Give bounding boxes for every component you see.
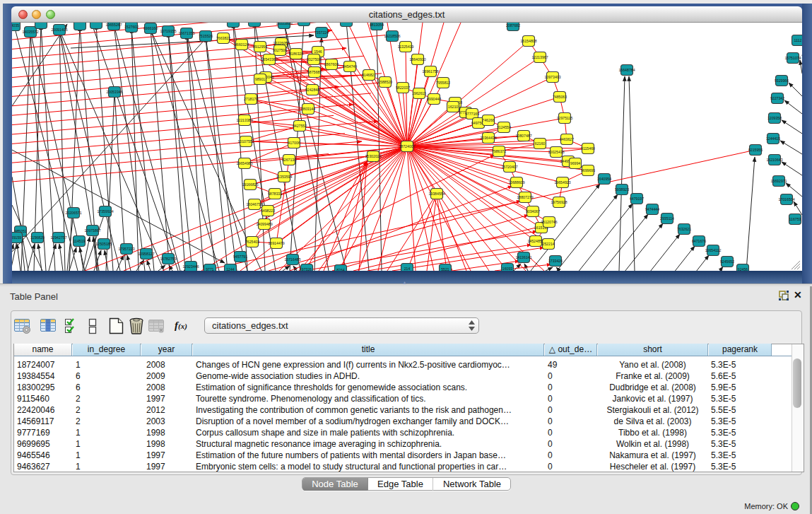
svg-text:20091406: 20091406 (51, 28, 67, 32)
svg-text:9115460: 9115460 (581, 146, 595, 151)
svg-text:252214: 252214 (542, 242, 554, 246)
svg-text:39159: 39159 (12, 235, 21, 240)
svg-text:1156829: 1156829 (30, 235, 45, 240)
svg-text:17957223: 17957223 (118, 247, 134, 251)
svg-text:9463627: 9463627 (560, 137, 574, 141)
svg-text:2718170: 2718170 (244, 97, 258, 101)
svg-text:5822037: 5822037 (396, 86, 410, 90)
svg-text:92456: 92456 (738, 267, 748, 271)
svg-text:17359924: 17359924 (97, 209, 113, 214)
svg-text:11325419: 11325419 (398, 45, 414, 49)
svg-text:1527602: 1527602 (124, 25, 139, 29)
svg-text:9474444: 9474444 (645, 207, 659, 211)
svg-text:8454749: 8454749 (343, 64, 357, 69)
svg-text:2803144: 2803144 (301, 107, 315, 111)
svg-text:9457791: 9457791 (233, 255, 247, 259)
svg-text:62160: 62160 (535, 141, 546, 146)
svg-text:5521: 5521 (441, 267, 449, 271)
svg-text:1244415: 1244415 (766, 136, 780, 141)
svg-text:16782759: 16782759 (160, 257, 176, 261)
svg-text:20206571: 20206571 (65, 211, 81, 215)
svg-text:12975115: 12975115 (557, 116, 573, 120)
svg-text:1209358: 1209358 (767, 116, 782, 120)
svg-text:5875685: 5875685 (307, 70, 322, 74)
svg-text:1588520: 1588520 (378, 80, 392, 84)
svg-text:14035572: 14035572 (22, 30, 38, 34)
svg-text:9699695: 9699695 (581, 168, 595, 173)
svg-text:7357224: 7357224 (314, 30, 329, 35)
svg-text:14136141: 14136141 (515, 255, 531, 259)
svg-text:13226058: 13226058 (273, 41, 289, 45)
svg-text:7515526: 7515526 (199, 34, 213, 38)
svg-text:18807279: 18807279 (517, 195, 533, 199)
svg-text:16210643: 16210643 (766, 158, 782, 162)
svg-text:20053346: 20053346 (106, 90, 122, 94)
svg-text:6479197: 6479197 (630, 197, 644, 201)
svg-text:19384554: 19384554 (428, 192, 445, 196)
svg-text:9327508: 9327508 (307, 57, 321, 62)
svg-text:11353594: 11353594 (276, 175, 293, 179)
svg-text:8427552: 8427552 (293, 124, 307, 128)
svg-text:9777169: 9777169 (465, 112, 479, 116)
svg-text:12942757: 12942757 (50, 235, 66, 240)
svg-text:417006: 417006 (288, 141, 300, 145)
svg-text:10973493: 10973493 (544, 75, 560, 79)
svg-text:16093: 16093 (502, 267, 513, 271)
svg-text:18640910: 18640910 (409, 57, 425, 62)
svg-text:214: 214 (404, 267, 411, 271)
svg-text:1962615: 1962615 (412, 91, 426, 95)
svg-text:5498222: 5498222 (261, 209, 275, 213)
svg-text:9242848: 9242848 (305, 88, 319, 92)
svg-text:8186328: 8186328 (289, 52, 303, 56)
svg-text:7955812: 7955812 (436, 81, 450, 85)
svg-text:6966160: 6966160 (143, 26, 158, 30)
svg-text:12923446: 12923446 (182, 264, 199, 269)
svg-text:25302023: 25302023 (365, 154, 381, 158)
svg-text:16671355: 16671355 (178, 31, 194, 35)
svg-text:19218506: 19218506 (384, 34, 400, 38)
svg-text:16046738: 16046738 (246, 202, 262, 206)
svg-text:10655267: 10655267 (105, 23, 122, 27)
svg-text:2087682: 2087682 (506, 23, 520, 28)
svg-text:12213389: 12213389 (236, 118, 252, 122)
svg-text:2935114: 2935114 (660, 216, 674, 221)
svg-text:9034067: 9034067 (526, 209, 540, 214)
svg-text:16033809: 16033809 (276, 23, 292, 25)
svg-text:10025438: 10025438 (548, 150, 564, 154)
svg-text:7625402: 7625402 (245, 240, 259, 244)
svg-text:9327506: 9327506 (273, 48, 287, 52)
svg-text:12213967: 12213967 (531, 55, 548, 59)
svg-text:19756928: 19756928 (551, 200, 567, 204)
svg-text:1112: 1112 (794, 38, 802, 42)
svg-text:19166825: 19166825 (242, 182, 258, 187)
svg-text:1244: 1244 (226, 267, 235, 271)
svg-text:14035: 14035 (12, 23, 19, 28)
svg-text:96994: 96994 (570, 161, 581, 165)
svg-text:8912954: 8912954 (253, 45, 267, 49)
svg-text:3124554: 3124554 (497, 125, 511, 129)
svg-text:10719155: 10719155 (160, 29, 176, 33)
svg-text:10975867: 10975867 (84, 228, 100, 233)
svg-text:7663822: 7663822 (216, 36, 230, 40)
svg-text:16914479: 16914479 (268, 241, 284, 245)
svg-text:8264: 8264 (336, 268, 345, 271)
svg-text:98901: 98901 (255, 77, 266, 81)
svg-text:9146821: 9146821 (362, 73, 376, 77)
svg-text:7632621: 7632621 (677, 227, 691, 231)
svg-text:116753: 116753 (789, 217, 801, 221)
svg-text:9245652: 9245652 (720, 259, 734, 264)
svg-text:14524851: 14524851 (527, 239, 543, 243)
svg-text:10654112: 10654112 (705, 248, 722, 252)
svg-text:9771: 9771 (206, 267, 214, 271)
svg-text:15716485: 15716485 (284, 257, 300, 262)
svg-text:17016504: 17016504 (778, 197, 794, 201)
svg-text:9329966: 9329966 (775, 78, 789, 83)
svg-text:16961758: 16961758 (422, 69, 438, 74)
svg-text:7485063: 7485063 (553, 95, 567, 99)
svg-text:15720407: 15720407 (501, 165, 517, 169)
svg-text:15692971: 15692971 (770, 179, 787, 183)
svg-text:10688609: 10688609 (508, 180, 524, 185)
svg-text:18724007: 18724007 (399, 144, 415, 148)
svg-text:5878332: 5878332 (268, 192, 282, 196)
svg-text:12505185: 12505185 (95, 242, 112, 246)
